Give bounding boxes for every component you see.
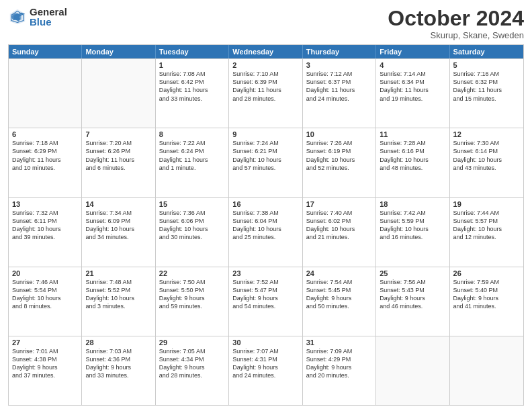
header-day-tuesday: Tuesday (156, 45, 229, 58)
cell-info: Sunrise: 7:38 AM Sunset: 6:04 PM Dayligh… (232, 209, 298, 242)
header-day-saturday: Saturday (450, 45, 523, 58)
calendar-body: 1Sunrise: 7:08 AM Sunset: 6:42 PM Daylig… (9, 58, 523, 405)
logo-general-text: General (30, 7, 67, 17)
calendar-cell: 8Sunrise: 7:22 AM Sunset: 6:24 PM Daylig… (156, 128, 229, 197)
cell-info: Sunrise: 7:22 AM Sunset: 6:24 PM Dayligh… (159, 139, 225, 172)
day-number: 28 (85, 338, 151, 347)
header-day-thursday: Thursday (303, 45, 376, 58)
calendar-cell: 23Sunrise: 7:52 AM Sunset: 5:47 PM Dayli… (229, 267, 302, 336)
cell-info: Sunrise: 7:05 AM Sunset: 4:34 PM Dayligh… (159, 347, 225, 380)
cell-info: Sunrise: 7:28 AM Sunset: 6:16 PM Dayligh… (380, 139, 445, 172)
cell-info: Sunrise: 7:14 AM Sunset: 6:34 PM Dayligh… (380, 70, 445, 103)
calendar-cell: 30Sunrise: 7:07 AM Sunset: 4:31 PM Dayli… (229, 336, 302, 405)
calendar-cell (450, 336, 523, 405)
cell-info: Sunrise: 7:09 AM Sunset: 4:29 PM Dayligh… (306, 347, 372, 380)
calendar-cell: 12Sunrise: 7:30 AM Sunset: 6:14 PM Dayli… (450, 128, 523, 197)
cell-info: Sunrise: 7:26 AM Sunset: 6:19 PM Dayligh… (306, 139, 372, 172)
calendar-cell: 31Sunrise: 7:09 AM Sunset: 4:29 PM Dayli… (303, 336, 376, 405)
logo-blue-text: Blue (30, 17, 67, 27)
day-number: 12 (453, 130, 520, 138)
calendar-cell (9, 59, 82, 128)
cell-info: Sunrise: 7:34 AM Sunset: 6:09 PM Dayligh… (85, 209, 151, 242)
logo: General Blue (8, 7, 67, 27)
cell-info: Sunrise: 7:08 AM Sunset: 6:42 PM Dayligh… (159, 70, 225, 103)
logo-text: General Blue (30, 7, 67, 27)
calendar-cell (82, 59, 155, 128)
cell-info: Sunrise: 7:07 AM Sunset: 4:31 PM Dayligh… (232, 347, 298, 380)
day-number: 16 (232, 200, 298, 208)
calendar-cell: 2Sunrise: 7:10 AM Sunset: 6:39 PM Daylig… (229, 59, 302, 128)
calendar-cell: 15Sunrise: 7:36 AM Sunset: 6:06 PM Dayli… (156, 198, 229, 267)
calendar-cell: 10Sunrise: 7:26 AM Sunset: 6:19 PM Dayli… (303, 128, 376, 197)
calendar-cell: 24Sunrise: 7:54 AM Sunset: 5:45 PM Dayli… (303, 267, 376, 336)
calendar-week-5: 27Sunrise: 7:01 AM Sunset: 4:38 PM Dayli… (9, 336, 523, 405)
day-number: 6 (12, 130, 78, 138)
calendar-week-4: 20Sunrise: 7:46 AM Sunset: 5:54 PM Dayli… (9, 267, 523, 336)
calendar-cell: 14Sunrise: 7:34 AM Sunset: 6:09 PM Dayli… (82, 198, 155, 267)
cell-info: Sunrise: 7:50 AM Sunset: 5:50 PM Dayligh… (159, 278, 225, 311)
day-number: 26 (453, 269, 520, 277)
day-number: 24 (306, 269, 372, 277)
calendar-cell: 22Sunrise: 7:50 AM Sunset: 5:50 PM Dayli… (156, 267, 229, 336)
calendar-cell: 17Sunrise: 7:40 AM Sunset: 6:02 PM Dayli… (303, 198, 376, 267)
header-day-wednesday: Wednesday (229, 45, 302, 58)
day-number: 20 (12, 269, 78, 277)
header-day-sunday: Sunday (9, 45, 82, 58)
day-number: 8 (159, 130, 225, 138)
month-title: October 2024 (388, 7, 524, 30)
cell-info: Sunrise: 7:48 AM Sunset: 5:52 PM Dayligh… (85, 278, 151, 311)
calendar-cell: 25Sunrise: 7:56 AM Sunset: 5:43 PM Dayli… (376, 267, 449, 336)
calendar-cell: 20Sunrise: 7:46 AM Sunset: 5:54 PM Dayli… (9, 267, 82, 336)
day-number: 29 (159, 338, 225, 347)
cell-info: Sunrise: 7:56 AM Sunset: 5:43 PM Dayligh… (380, 278, 445, 311)
page: General Blue October 2024 Skurup, Skane,… (0, 0, 532, 411)
cell-info: Sunrise: 7:44 AM Sunset: 5:57 PM Dayligh… (453, 209, 520, 242)
calendar-cell: 18Sunrise: 7:42 AM Sunset: 5:59 PM Dayli… (376, 198, 449, 267)
day-number: 13 (12, 200, 78, 208)
calendar-cell: 19Sunrise: 7:44 AM Sunset: 5:57 PM Dayli… (450, 198, 523, 267)
cell-info: Sunrise: 7:30 AM Sunset: 6:14 PM Dayligh… (453, 139, 520, 172)
day-number: 3 (306, 61, 372, 69)
calendar-cell (376, 336, 449, 405)
cell-info: Sunrise: 7:36 AM Sunset: 6:06 PM Dayligh… (159, 209, 225, 242)
calendar-cell: 29Sunrise: 7:05 AM Sunset: 4:34 PM Dayli… (156, 336, 229, 405)
day-number: 14 (85, 200, 151, 208)
day-number: 22 (159, 269, 225, 277)
day-number: 21 (85, 269, 151, 277)
cell-info: Sunrise: 7:40 AM Sunset: 6:02 PM Dayligh… (306, 209, 372, 242)
cell-info: Sunrise: 7:16 AM Sunset: 6:32 PM Dayligh… (453, 70, 520, 103)
calendar-cell: 28Sunrise: 7:03 AM Sunset: 4:36 PM Dayli… (82, 336, 155, 405)
cell-info: Sunrise: 7:20 AM Sunset: 6:26 PM Dayligh… (85, 139, 151, 172)
calendar-cell: 7Sunrise: 7:20 AM Sunset: 6:26 PM Daylig… (82, 128, 155, 197)
calendar-cell: 1Sunrise: 7:08 AM Sunset: 6:42 PM Daylig… (156, 59, 229, 128)
cell-info: Sunrise: 7:03 AM Sunset: 4:36 PM Dayligh… (85, 347, 151, 380)
day-number: 15 (159, 200, 225, 208)
day-number: 19 (453, 200, 520, 208)
calendar-cell: 16Sunrise: 7:38 AM Sunset: 6:04 PM Dayli… (229, 198, 302, 267)
header-day-friday: Friday (376, 45, 449, 58)
calendar-cell: 26Sunrise: 7:59 AM Sunset: 5:40 PM Dayli… (450, 267, 523, 336)
calendar-cell: 9Sunrise: 7:24 AM Sunset: 6:21 PM Daylig… (229, 128, 302, 197)
cell-info: Sunrise: 7:18 AM Sunset: 6:29 PM Dayligh… (12, 139, 78, 172)
day-number: 27 (12, 338, 78, 347)
day-number: 2 (232, 61, 298, 69)
calendar-cell: 5Sunrise: 7:16 AM Sunset: 6:32 PM Daylig… (450, 59, 523, 128)
calendar-cell: 11Sunrise: 7:28 AM Sunset: 6:16 PM Dayli… (376, 128, 449, 197)
cell-info: Sunrise: 7:54 AM Sunset: 5:45 PM Dayligh… (306, 278, 372, 311)
calendar-cell: 4Sunrise: 7:14 AM Sunset: 6:34 PM Daylig… (376, 59, 449, 128)
cell-info: Sunrise: 7:52 AM Sunset: 5:47 PM Dayligh… (232, 278, 298, 311)
calendar-cell: 21Sunrise: 7:48 AM Sunset: 5:52 PM Dayli… (82, 267, 155, 336)
calendar-cell: 13Sunrise: 7:32 AM Sunset: 6:11 PM Dayli… (9, 198, 82, 267)
day-number: 23 (232, 269, 298, 277)
calendar-week-2: 6Sunrise: 7:18 AM Sunset: 6:29 PM Daylig… (9, 128, 523, 197)
title-block: October 2024 Skurup, Skane, Sweden (388, 7, 524, 40)
day-number: 11 (380, 130, 445, 138)
calendar-cell: 3Sunrise: 7:12 AM Sunset: 6:37 PM Daylig… (303, 59, 376, 128)
location-subtitle: Skurup, Skane, Sweden (388, 30, 524, 40)
calendar-cell: 6Sunrise: 7:18 AM Sunset: 6:29 PM Daylig… (9, 128, 82, 197)
day-number: 17 (306, 200, 372, 208)
cell-info: Sunrise: 7:12 AM Sunset: 6:37 PM Dayligh… (306, 70, 372, 103)
cell-info: Sunrise: 7:46 AM Sunset: 5:54 PM Dayligh… (12, 278, 78, 311)
cell-info: Sunrise: 7:01 AM Sunset: 4:38 PM Dayligh… (12, 347, 78, 380)
day-number: 7 (85, 130, 151, 138)
